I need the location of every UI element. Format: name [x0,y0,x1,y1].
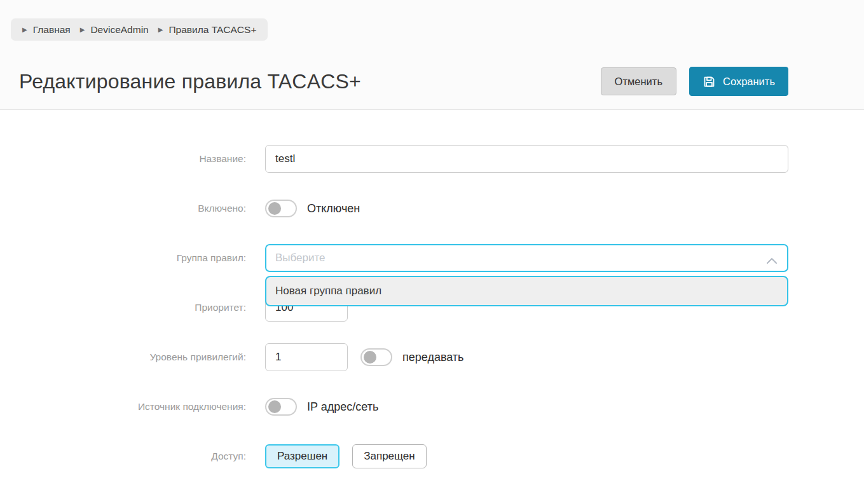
form-row-privilege-level: Уровень привилегий: передавать [0,343,864,371]
connection-source-mode-label: IP адрес/сеть [307,400,378,414]
breadcrumb-item-deviceadmin[interactable]: ▶ DeviceAdmin [80,24,149,36]
enabled-toggle[interactable] [265,200,297,217]
breadcrumb-arrow-icon: ▶ [22,27,27,33]
header-actions: Отменить Сохранить [601,67,788,96]
connection-source-label: Источник подключения: [0,401,265,412]
breadcrumb-arrow-icon: ▶ [158,27,163,33]
enabled-state-label: Отключен [307,202,360,215]
toggle-knob [268,202,281,215]
form-row-enabled: Включено: Отключен [0,194,864,222]
privilege-level-input[interactable] [265,343,348,371]
privilege-propagate-label: передавать [402,351,464,364]
rule-group-dropdown: Новая группа правил [265,276,788,306]
connection-source-toggle[interactable] [265,398,297,416]
tacacs-rule-form: Название: Включено: Отключен Группа прав… [0,110,864,470]
form-row-rule-group: Группа правил: Выберите Новая группа пра… [0,244,864,272]
privilege-level-label: Уровень привилегий: [0,351,265,363]
enabled-label: Включено: [0,203,265,214]
breadcrumb-label: DeviceAdmin [90,24,148,36]
breadcrumb-arrow-icon: ▶ [80,27,85,33]
save-button-label: Сохранить [723,76,775,88]
rule-group-placeholder: Выберите [275,252,326,264]
rule-group-select[interactable]: Выберите [265,244,788,272]
name-input[interactable] [265,145,788,173]
breadcrumb-label: Главная [33,24,71,36]
breadcrumb-item-home[interactable]: ▶ Главная [22,24,71,36]
priority-label: Приоритет: [0,302,265,313]
breadcrumb: ▶ Главная ▶ DeviceAdmin ▶ Правила TACACS… [11,18,268,41]
breadcrumb-label: Правила TACACS+ [168,24,256,36]
chevron-up-icon [767,255,777,261]
page-title: Редактирование правила TACACS+ [19,70,361,93]
dropdown-option-new-group[interactable]: Новая группа правил [266,277,787,305]
form-row-access: Доступ: Разрешен Запрещен [0,442,864,470]
form-row-connection-source: Источник подключения: IP адрес/сеть [0,393,864,421]
floppy-disk-icon [703,75,716,88]
page-header: ▶ Главная ▶ DeviceAdmin ▶ Правила TACACS… [0,0,864,110]
access-denied-button[interactable]: Запрещен [352,444,426,468]
toggle-knob [268,400,281,413]
breadcrumb-item-tacacs-rules[interactable]: ▶ Правила TACACS+ [158,24,257,36]
privilege-propagate-toggle[interactable] [360,348,392,366]
access-label: Доступ: [0,451,265,462]
save-button[interactable]: Сохранить [689,67,788,96]
access-allowed-button[interactable]: Разрешен [265,444,339,468]
name-label: Название: [0,153,265,165]
form-row-name: Название: [0,145,864,173]
cancel-button[interactable]: Отменить [601,67,676,95]
toggle-knob [364,351,376,364]
rule-group-label: Группа правил: [0,252,265,264]
